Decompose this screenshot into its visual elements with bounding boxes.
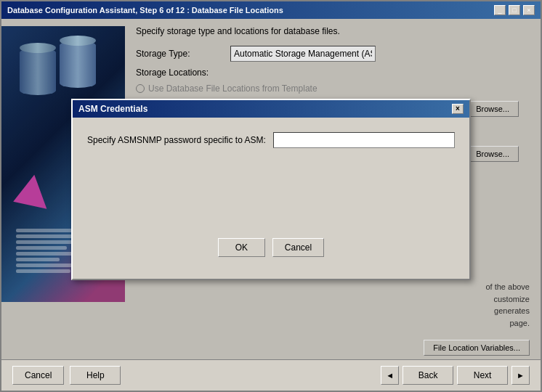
asm-credentials-dialog: ASM Credentials × Specify ASMSNMP passwo… — [71, 99, 471, 280]
maximize-button[interactable]: □ — [509, 5, 520, 15]
modal-spacer — [87, 159, 455, 231]
window-title: Database Configuration Assistant, Step 6… — [7, 6, 283, 15]
close-button[interactable]: × — [523, 5, 535, 15]
modal-overlay: ASM Credentials × Specify ASMSNMP passwo… — [1, 19, 541, 359]
window-body: Specify storage type and locations for d… — [1, 19, 541, 359]
cancel-button[interactable]: Cancel — [12, 366, 64, 385]
modal-buttons: OK Cancel — [87, 231, 455, 264]
modal-cancel-button[interactable]: Cancel — [272, 238, 324, 257]
modal-field-label: Specify ASMSNMP password specific to ASM… — [87, 135, 266, 145]
main-window: Database Configuration Assistant, Step 6… — [0, 0, 542, 392]
bottom-buttons: Cancel Help ◄ Back Next ► — [1, 359, 541, 391]
modal-title-bar: ASM Credentials × — [73, 100, 469, 118]
title-bar: Database Configuration Assistant, Step 6… — [1, 1, 541, 19]
back-button[interactable]: Back — [403, 366, 453, 385]
left-nav-buttons: Cancel Help — [12, 366, 121, 385]
modal-title: ASM Credentials — [78, 104, 147, 114]
modal-field-row: Specify ASMSNMP password specific to ASM… — [87, 132, 455, 148]
back-arrow-button[interactable]: ◄ — [381, 366, 399, 385]
modal-close-button[interactable]: × — [452, 104, 464, 114]
next-button[interactable]: Next — [457, 366, 508, 385]
help-button[interactable]: Help — [70, 366, 121, 385]
modal-ok-button[interactable]: OK — [218, 238, 265, 257]
title-bar-controls: _ □ × — [494, 5, 535, 15]
asmsnmp-password-input[interactable] — [273, 132, 455, 148]
modal-body: Specify ASMSNMP password specific to ASM… — [73, 118, 469, 279]
next-arrow-button[interactable]: ► — [511, 366, 530, 385]
minimize-button[interactable]: _ — [494, 5, 506, 15]
right-nav-buttons: ◄ Back Next ► — [381, 366, 530, 385]
